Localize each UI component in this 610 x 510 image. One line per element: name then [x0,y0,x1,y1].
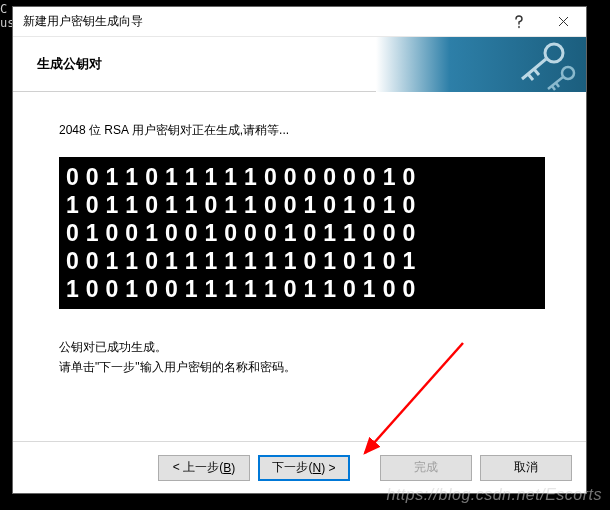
key-icon [488,39,578,91]
cancel-button[interactable]: 取消 [480,455,572,481]
success-line-2: 请单击"下一步"输入用户密钥的名称和密码。 [59,357,540,377]
button-bar: < 上一步(B) 下一步(N) > 完成 取消 [13,441,586,493]
window-title: 新建用户密钥生成向导 [13,13,496,30]
generating-status: 2048 位 RSA 用户密钥对正在生成,请稍等... [59,122,540,139]
banner-title: 生成公钥对 [13,55,102,73]
wizard-dialog: 新建用户密钥生成向导 生成公钥对 2048 位 RSA 用户密钥对正在生成,请稍… [12,6,587,494]
success-line-1: 公钥对已成功生成。 [59,337,540,357]
binary-animation: 001101111100000010 101101101100101010 01… [59,157,545,309]
banner-decoration [376,37,586,92]
svg-point-0 [545,44,563,62]
content-area: 2048 位 RSA 用户密钥对正在生成,请稍等... 001101111100… [13,92,586,441]
finish-button: 完成 [380,455,472,481]
banner: 生成公钥对 [13,37,586,92]
titlebar: 新建用户密钥生成向导 [13,7,586,37]
back-button[interactable]: < 上一步(B) [158,455,250,481]
close-button[interactable] [541,7,586,37]
success-message: 公钥对已成功生成。 请单击"下一步"输入用户密钥的名称和密码。 [59,337,540,377]
help-button[interactable] [496,7,541,37]
next-button[interactable]: 下一步(N) > [258,455,350,481]
svg-point-1 [562,67,574,79]
